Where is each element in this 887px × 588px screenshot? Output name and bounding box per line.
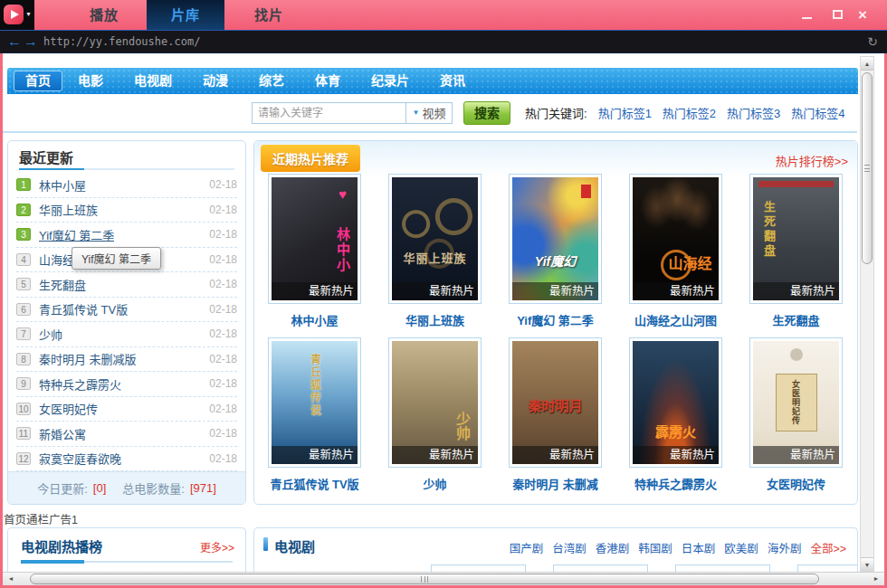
category-all-link[interactable]: 全部>> bbox=[810, 539, 846, 556]
poster-art-text: 霹雳火 bbox=[633, 422, 719, 441]
rank-badge: 2 bbox=[16, 204, 31, 216]
chevron-down-icon[interactable]: ▼ bbox=[25, 11, 32, 17]
movie-card[interactable]: 生死翻盘 最新热片 生死翻盘 bbox=[749, 174, 843, 304]
movie-title[interactable]: 少帅 bbox=[374, 475, 496, 492]
list-item[interactable]: 10 女医明妃传 02-18 bbox=[16, 397, 237, 422]
scroll-up-icon[interactable]: ▲ bbox=[861, 57, 873, 71]
list-item-date: 02-18 bbox=[209, 303, 237, 316]
scroll-plaque: 女医明妃传 bbox=[776, 374, 817, 432]
list-item-title[interactable]: 寂寞空庭春欲晚 bbox=[39, 450, 121, 467]
movie-title[interactable]: 林中小屋 bbox=[253, 311, 376, 328]
category-overseas[interactable]: 海外剧 bbox=[768, 539, 802, 556]
movie-card[interactable]: Yif魔幻 最新热片 Yif魔幻 第二季 bbox=[509, 174, 602, 304]
tab-play[interactable]: 播放 bbox=[65, 0, 143, 30]
tab-find-film[interactable]: 找片 bbox=[230, 0, 308, 30]
search-category-dropdown[interactable]: ▼ 视频 bbox=[405, 102, 453, 124]
hot-ranking-link[interactable]: 热片排行榜>> bbox=[776, 152, 848, 169]
movie-title[interactable]: 秦时明月 未删减 bbox=[494, 475, 616, 492]
category-hongkong[interactable]: 香港剧 bbox=[596, 539, 630, 556]
movie-title[interactable]: 生死翻盘 bbox=[735, 311, 857, 328]
list-item-title[interactable]: 青丘狐传说 TV版 bbox=[39, 300, 128, 318]
search-input[interactable] bbox=[252, 102, 405, 124]
maximize-button[interactable] bbox=[825, 2, 849, 27]
red-ribbon-icon bbox=[581, 185, 591, 198]
movie-title[interactable]: 山海经之山河图 bbox=[615, 311, 737, 328]
movie-title[interactable]: 华丽上班族 bbox=[374, 311, 496, 328]
tab-library[interactable]: 片库 bbox=[147, 0, 224, 30]
movie-card[interactable]: ♥ 林中小 最新热片 林中小屋 bbox=[268, 174, 361, 304]
vertical-scrollbar[interactable]: ▲ ▼ bbox=[860, 56, 874, 572]
list-item-title[interactable]: 新婚公寓 bbox=[39, 425, 86, 442]
rank-badge: 7 bbox=[16, 327, 31, 340]
poster-art-text: Yif魔幻 bbox=[512, 251, 598, 270]
list-item-title[interactable]: 生死翻盘 bbox=[39, 276, 86, 293]
banner-strip bbox=[758, 181, 834, 187]
list-item[interactable]: 12 寂寞空庭春欲晚 02-18 bbox=[16, 447, 237, 472]
category-korea[interactable]: 韩国剧 bbox=[638, 539, 672, 556]
list-item[interactable]: 6 青丘狐传说 TV版 02-18 bbox=[16, 298, 237, 323]
nav-item-home[interactable]: 首页 bbox=[14, 71, 62, 91]
hot-tag-3[interactable]: 热门标签3 bbox=[727, 104, 780, 121]
movie-card[interactable]: 女医明妃传 最新热片 女医明妃传 bbox=[749, 337, 843, 468]
close-button[interactable]: × bbox=[851, 2, 874, 27]
category-taiwan[interactable]: 台湾剧 bbox=[552, 539, 587, 556]
list-item-title[interactable]: 林中小屋 bbox=[39, 176, 86, 194]
movie-card[interactable]: 少帅 最新热片 少帅 bbox=[388, 337, 482, 468]
nav-item-variety[interactable]: 综艺 bbox=[243, 68, 300, 94]
nav-item-movies[interactable]: 电影 bbox=[62, 68, 119, 94]
movie-title[interactable]: 特种兵之霹雳火 bbox=[615, 475, 737, 492]
list-item[interactable]: 1 林中小屋 02-18 bbox=[16, 173, 237, 198]
horizontal-scrollbar-thumb[interactable] bbox=[30, 574, 819, 584]
movie-card[interactable]: 山海经 最新热片 山海经之山河图 bbox=[629, 174, 722, 304]
minimize-button[interactable] bbox=[795, 2, 818, 27]
list-item[interactable]: 3 Yif魔幻 第二季 02-18 bbox=[16, 223, 237, 248]
nav-item-documentary[interactable]: 纪录片 bbox=[356, 68, 424, 94]
list-item[interactable]: 11 新婚公寓 02-18 bbox=[16, 422, 237, 447]
nav-item-anime[interactable]: 动漫 bbox=[187, 68, 243, 94]
rank-badge: 12 bbox=[16, 452, 31, 465]
list-item-title[interactable]: 女医明妃传 bbox=[39, 400, 98, 417]
vertical-scrollbar-thumb[interactable] bbox=[862, 72, 873, 264]
movie-title[interactable]: 青丘狐传说 TV版 bbox=[253, 475, 376, 492]
more-link[interactable]: 更多>> bbox=[200, 539, 234, 555]
movie-card[interactable]: 霹雳火 最新热片 特种兵之霹雳火 bbox=[629, 337, 722, 468]
search-button[interactable]: 搜索 bbox=[463, 101, 510, 125]
list-item[interactable]: 7 少帅 02-18 bbox=[16, 322, 237, 347]
horizontal-scrollbar[interactable]: ◄ ► bbox=[3, 572, 884, 585]
movie-title[interactable]: Yif魔幻 第二季 bbox=[494, 311, 616, 328]
movie-card[interactable]: 秦时明月 最新热片 秦时明月 未删减 bbox=[509, 337, 602, 468]
list-item-title[interactable]: 特种兵之霹雳火 bbox=[39, 375, 121, 393]
category-domestic[interactable]: 国产剧 bbox=[510, 539, 544, 556]
rank-badge: 3 bbox=[16, 228, 31, 241]
url-field[interactable]: http://yy.fendoushe.com/ bbox=[43, 31, 200, 52]
scroll-right-icon[interactable]: ► bbox=[870, 573, 882, 585]
category-western[interactable]: 欧美剧 bbox=[724, 539, 758, 556]
movie-card[interactable]: 青丘狐传说 最新热片 青丘狐传说 TV版 bbox=[268, 337, 361, 468]
scroll-down-icon[interactable]: ▼ bbox=[861, 557, 873, 571]
nav-item-news[interactable]: 资讯 bbox=[424, 68, 481, 94]
nav-item-tv[interactable]: 电视剧 bbox=[119, 68, 187, 94]
hot-tag-4[interactable]: 热门标签4 bbox=[791, 104, 844, 121]
list-item[interactable]: 2 华丽上班族 02-18 bbox=[16, 198, 237, 223]
list-item-title[interactable]: Yif魔幻 第二季 bbox=[39, 226, 114, 243]
list-item-title[interactable]: 华丽上班族 bbox=[39, 201, 98, 218]
app-logo[interactable]: ▼ bbox=[0, 0, 34, 30]
refresh-icon[interactable]: ↻ bbox=[867, 31, 878, 52]
list-item-title[interactable]: 少帅 bbox=[39, 326, 62, 343]
forward-icon[interactable]: → bbox=[24, 31, 38, 52]
movie-title[interactable]: 女医明妃传 bbox=[735, 475, 857, 492]
category-japan[interactable]: 日本剧 bbox=[682, 539, 716, 556]
back-icon[interactable]: ← bbox=[7, 31, 22, 52]
hot-keywords-label: 热门关键词: bbox=[525, 104, 587, 121]
nav-item-sports[interactable]: 体育 bbox=[300, 68, 356, 94]
movie-card[interactable]: 华丽上班族 最新热片 华丽上班族 bbox=[388, 174, 482, 304]
hot-tag-1[interactable]: 热门标签1 bbox=[598, 104, 652, 121]
list-item[interactable]: 5 生死翻盘 02-18 bbox=[16, 272, 237, 298]
list-item[interactable]: 8 秦时明月 未删减版 02-18 bbox=[16, 347, 237, 373]
poster-art-text: 秦时明月 bbox=[512, 395, 598, 414]
hot-tag-2[interactable]: 热门标签2 bbox=[663, 104, 716, 121]
list-item[interactable]: 9 特种兵之霹雳火 02-18 bbox=[16, 372, 237, 397]
latest-hot-badge: 最新热片 bbox=[272, 446, 358, 464]
scroll-left-icon[interactable]: ◄ bbox=[5, 573, 17, 585]
list-item-title[interactable]: 秦时明月 未删减版 bbox=[39, 350, 137, 367]
